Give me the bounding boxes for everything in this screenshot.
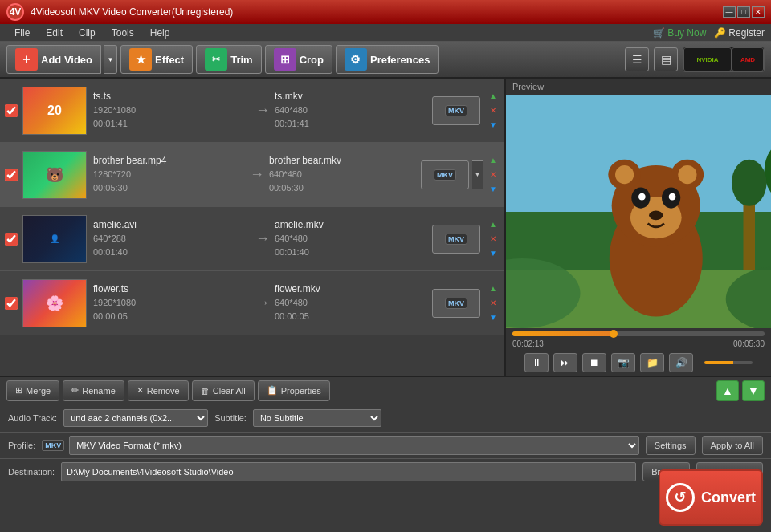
output-name: brother bear.mkv [269, 155, 421, 166]
apply-to-all-button[interactable]: Apply to All [702, 436, 763, 455]
move-down-button[interactable]: ▼ [742, 380, 765, 401]
pause-button[interactable]: ⏸ [524, 353, 549, 372]
expand-down-icon[interactable]: ▼ [487, 119, 500, 132]
file-row[interactable]: 20 ts.ts 1920*108000:01:41 → ts.mkv 640*… [0, 79, 504, 143]
arrow-icon: → [250, 166, 264, 183]
profile-label: Profile: [8, 441, 35, 450]
file-actions: ▲ ✕ ▼ [487, 154, 500, 196]
register-button[interactable]: 🔑 Register [714, 27, 765, 39]
open-folder-button[interactable]: 📁 [640, 353, 664, 372]
expand-up-icon[interactable]: ▲ [487, 154, 500, 167]
main-area: 20 ts.ts 1920*108000:01:41 → ts.mkv 640*… [0, 79, 771, 376]
move-up-button[interactable]: ▲ [716, 380, 739, 401]
file-row[interactable]: 👤 amelie.avi 640*28800:01:40 → amelie.mk… [0, 207, 504, 271]
format-button[interactable]: MKV [432, 225, 480, 254]
file-checkbox[interactable] [5, 233, 18, 246]
destination-row: Destination: Browse Open Folder [0, 459, 771, 485]
format-button[interactable]: MKV [421, 160, 469, 189]
svg-point-15 [678, 165, 696, 184]
format-button[interactable]: MKV [432, 96, 480, 125]
menu-help[interactable]: Help [142, 26, 178, 40]
subtitle-select[interactable]: No Subtitle [253, 409, 381, 427]
add-video-icon: + [15, 48, 38, 71]
playback-controls: ⏸ ⏭ ⏹ 📷 📁 🔊 [512, 353, 765, 372]
total-time: 00:05:30 [733, 339, 765, 348]
close-button[interactable]: ✕ [752, 6, 765, 18]
preferences-button[interactable]: ⚙ Preferences [336, 45, 439, 74]
thumb-flower: 🌸 [23, 280, 86, 327]
settings-button[interactable]: Settings [646, 436, 696, 455]
output-name: ts.mkv [275, 91, 432, 102]
mkv-badge: MKV [445, 105, 467, 116]
file-row[interactable]: 🌸 flower.ts 1920*108000:00:05 → flower.m… [0, 271, 504, 335]
output-meta: 640*48000:01:40 [275, 232, 432, 258]
format-button[interactable]: MKV [432, 289, 480, 318]
svg-point-19 [669, 193, 676, 201]
destination-input[interactable] [61, 462, 636, 481]
menu-file[interactable]: File [6, 26, 38, 40]
preview-controls: 00:02:13 00:05:30 ⏸ ⏭ ⏹ 📷 📁 🔊 [506, 328, 771, 376]
stop-button[interactable]: ⏹ [582, 353, 606, 372]
remove-icon[interactable]: ✕ [487, 169, 500, 181]
maximize-button[interactable]: □ [737, 6, 750, 18]
buy-now-button[interactable]: 🛒 Buy Now [653, 27, 706, 39]
audio-track-select[interactable]: und aac 2 channels (0x2... [63, 409, 208, 427]
destination-label: Destination: [8, 467, 55, 477]
clear-all-button[interactable]: 🗑 Clear All [192, 380, 255, 401]
file-checkbox[interactable] [5, 169, 18, 181]
format-dropdown[interactable]: ▼ [472, 160, 483, 189]
progress-bar[interactable] [512, 331, 765, 336]
profile-select[interactable]: MKV Video Format (*.mkv) [69, 436, 639, 455]
volume-button[interactable]: 🔊 [669, 353, 693, 372]
volume-slider[interactable] [704, 361, 753, 364]
effect-icon: ★ [129, 48, 152, 71]
add-video-button[interactable]: + Add Video [6, 45, 101, 74]
forward-button[interactable]: ⏭ [553, 353, 577, 372]
effect-button[interactable]: ★ Effect [120, 45, 193, 74]
expand-up-icon[interactable]: ▲ [487, 90, 500, 103]
file-actions: ▲ ✕ ▼ [487, 282, 500, 324]
crop-button[interactable]: ⊞ Crop [265, 45, 332, 74]
menu-tools[interactable]: Tools [104, 26, 142, 40]
file-checkbox[interactable] [5, 297, 18, 310]
thumb-ts: 20 [23, 87, 86, 134]
expand-up-icon[interactable]: ▲ [487, 218, 500, 231]
file-checkbox[interactable] [5, 104, 18, 117]
remove-button[interactable]: ✕ Remove [128, 380, 189, 401]
rename-button[interactable]: ✏ Rename [63, 380, 124, 401]
minimize-button[interactable]: — [723, 6, 736, 18]
properties-button[interactable]: 📋 Properties [258, 380, 330, 401]
menu-edit[interactable]: Edit [38, 26, 71, 40]
remove-icon: ✕ [137, 385, 144, 396]
file-list: 20 ts.ts 1920*108000:01:41 → ts.mkv 640*… [0, 79, 506, 376]
merge-button[interactable]: ⊞ Merge [6, 380, 59, 401]
file-meta: 1920*108000:00:05 [93, 296, 251, 323]
file-name: brother bear.mp4 [93, 155, 245, 166]
nvidia-badge: NVIDIA [683, 47, 732, 71]
trim-button[interactable]: ✂ Trim [196, 45, 261, 74]
screenshot-button[interactable]: 📷 [611, 353, 635, 372]
file-name: flower.ts [93, 283, 251, 294]
file-meta: 1920*108000:01:41 [93, 104, 251, 130]
profile-row: Profile: MKV MKV Video Format (*.mkv) Se… [0, 433, 771, 459]
list-view-button[interactable]: ☰ [625, 47, 649, 71]
expand-up-icon[interactable]: ▲ [487, 282, 500, 295]
title-bar: 4V 4Videosoft MKV Video Converter(Unregi… [0, 0, 771, 24]
progress-thumb[interactable] [610, 330, 618, 338]
file-row[interactable]: 🐻 brother bear.mp4 1280*72000:05:30 → br… [0, 143, 504, 207]
settings-row: Audio Track: und aac 2 channels (0x2... … [0, 404, 771, 433]
subtitle-label: Subtitle: [214, 413, 247, 423]
detail-view-button[interactable]: ▤ [654, 47, 678, 71]
preview-image [506, 95, 771, 328]
remove-icon[interactable]: ✕ [487, 297, 500, 310]
remove-icon[interactable]: ✕ [487, 104, 500, 117]
expand-down-icon[interactable]: ▼ [487, 311, 500, 324]
convert-button[interactable]: ↺ Convert [659, 469, 763, 526]
menu-clip[interactable]: Clip [71, 26, 104, 40]
add-video-dropdown[interactable]: ▼ [104, 45, 117, 74]
remove-icon[interactable]: ✕ [487, 233, 500, 246]
merge-icon: ⊞ [15, 385, 22, 396]
toolbar-right: ☰ ▤ NVIDIA AMD [625, 47, 765, 72]
expand-down-icon[interactable]: ▼ [487, 247, 500, 260]
expand-down-icon[interactable]: ▼ [487, 183, 500, 196]
